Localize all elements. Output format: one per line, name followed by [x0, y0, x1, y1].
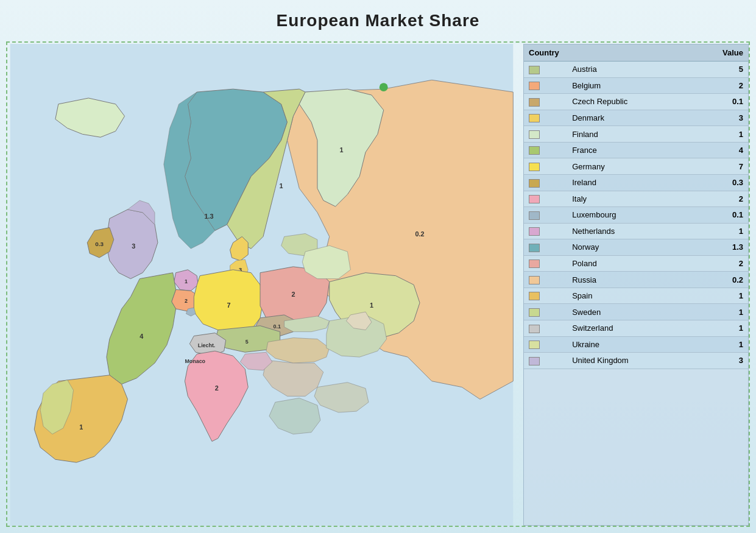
legend-country-name: Austria	[567, 62, 691, 78]
legend-color-cell	[524, 272, 567, 288]
legend-row: Denmark3	[524, 110, 748, 126]
legend-color-cell	[524, 126, 567, 143]
legend-country-name: United Kingdom	[567, 353, 691, 369]
legend-country-name: Luxembourg	[567, 207, 691, 224]
legend-color-cell	[524, 239, 567, 256]
legend-country-name: Norway	[567, 239, 691, 256]
legend-row: Austria5	[524, 62, 748, 78]
legend-value: 4	[691, 142, 748, 158]
legend-value-header: Value	[691, 44, 748, 62]
legend-value: 0.3	[691, 174, 748, 191]
legend-row: Ireland0.3	[524, 174, 748, 191]
legend-country-name: Sweden	[567, 304, 691, 320]
legend-value: 1	[691, 336, 748, 353]
page-title: European Market Share	[0, 0, 756, 37]
legend-color-cell	[524, 304, 567, 320]
legend-value: 0.2	[691, 272, 748, 288]
legend-color-cell	[524, 255, 567, 272]
legend-country-name: France	[567, 142, 691, 158]
legend-country-name: Netherlands	[567, 223, 691, 239]
legend-row: France4	[524, 142, 748, 158]
legend-country-name: Germany	[567, 158, 691, 175]
legend-country-name: Switzerland	[567, 320, 691, 337]
map-container: 0.2 1.3 1 1 3 0.3 3 1 2 4	[7, 44, 516, 526]
legend-row: Norway1.3	[524, 239, 748, 256]
legend-country-name: Russia	[567, 272, 691, 288]
legend-country-name: Finland	[567, 126, 691, 143]
legend-color-cell	[524, 94, 567, 110]
legend-row: Ukraine1	[524, 336, 748, 353]
legend-value: 3	[691, 353, 748, 369]
legend-value: 1.3	[691, 239, 748, 256]
legend-color-cell	[524, 207, 567, 224]
legend-row: Italy2	[524, 191, 748, 207]
legend-value: 0.1	[691, 94, 748, 110]
legend-color-cell	[524, 142, 567, 158]
legend-value: 7	[691, 158, 748, 175]
legend-color-cell	[524, 62, 567, 78]
legend-color-cell	[524, 191, 567, 207]
legend-color-cell	[524, 336, 567, 353]
legend-value: 2	[691, 191, 748, 207]
legend-row: Finland1	[524, 126, 748, 143]
legend-value: 1	[691, 223, 748, 239]
legend-country-name: Czech Republic	[567, 94, 691, 110]
legend-row: Germany7	[524, 158, 748, 175]
legend-row: Sweden1	[524, 304, 748, 320]
legend-color-cell	[524, 223, 567, 239]
legend-color-cell	[524, 288, 567, 304]
legend-row: Russia0.2	[524, 272, 748, 288]
legend-value: 1	[691, 304, 748, 320]
legend-value: 1	[691, 320, 748, 337]
legend-color-cell	[524, 174, 567, 191]
legend-value: 0.1	[691, 207, 748, 224]
legend-color-cell	[524, 158, 567, 175]
legend-container: Country Value Austria5Belgium2Czech Repu…	[523, 44, 749, 526]
legend-country-name: Italy	[567, 191, 691, 207]
legend-country-name: Poland	[567, 255, 691, 272]
legend-country-name: Ukraine	[567, 336, 691, 353]
legend-color-cell	[524, 320, 567, 337]
legend-country-name: Ireland	[567, 174, 691, 191]
legend-row: Switzerland1	[524, 320, 748, 337]
legend-row: Czech Republic0.1	[524, 94, 748, 110]
legend-row: Netherlands1	[524, 223, 748, 239]
legend-value: 2	[691, 77, 748, 94]
legend-country-name: Belgium	[567, 77, 691, 94]
legend-color-cell	[524, 353, 567, 369]
legend-color-cell	[524, 110, 567, 126]
legend-country-name: Denmark	[567, 110, 691, 126]
legend-color-cell	[524, 77, 567, 94]
legend-row: Spain1	[524, 288, 748, 304]
legend-row: Luxembourg0.1	[524, 207, 748, 224]
legend-row: United Kingdom3	[524, 353, 748, 369]
legend-row: Belgium2	[524, 77, 748, 94]
legend-value: 3	[691, 110, 748, 126]
legend-value: 5	[691, 62, 748, 78]
legend-value: 1	[691, 288, 748, 304]
legend-country-name: Spain	[567, 288, 691, 304]
legend-row: Poland2	[524, 255, 748, 272]
legend-value: 2	[691, 255, 748, 272]
svg-point-20	[380, 83, 388, 91]
legend-value: 1	[691, 126, 748, 143]
legend-country-header: Country	[524, 44, 691, 62]
